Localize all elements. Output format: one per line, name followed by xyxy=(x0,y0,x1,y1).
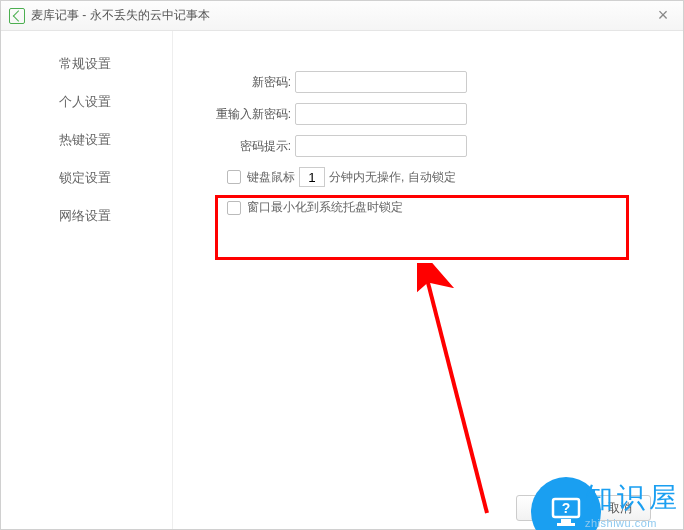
ok-button[interactable]: 确定 xyxy=(516,495,578,521)
sidebar-item-hotkey[interactable]: 热键设置 xyxy=(1,121,172,159)
sidebar: 常规设置 个人设置 热键设置 锁定设置 网络设置 xyxy=(1,31,173,529)
auto-lock-suffix: 分钟内无操作, 自动锁定 xyxy=(329,169,456,186)
main-panel: 新密码: 重输入新密码: 密码提示: 键盘鼠标 分钟内无操作, 自动锁定 窗口最… xyxy=(173,31,683,529)
settings-window: 麦库记事 - 永不丢失的云中记事本 × 常规设置 个人设置 热键设置 锁定设置 … xyxy=(0,0,684,530)
auto-lock-row: 键盘鼠标 分钟内无操作, 自动锁定 xyxy=(173,167,683,187)
svg-line-0 xyxy=(425,271,487,513)
new-password-input[interactable] xyxy=(295,71,467,93)
sidebar-item-network[interactable]: 网络设置 xyxy=(1,197,172,235)
sidebar-item-personal[interactable]: 个人设置 xyxy=(1,83,172,121)
titlebar: 麦库记事 - 永不丢失的云中记事本 × xyxy=(1,1,683,31)
new-password-label: 新密码: xyxy=(173,74,295,91)
password-hint-input[interactable] xyxy=(295,135,467,157)
auto-lock-checkbox[interactable] xyxy=(227,170,241,184)
minimize-lock-row: 窗口最小化到系统托盘时锁定 xyxy=(173,199,683,216)
annotation-arrow-icon xyxy=(417,263,527,523)
minimize-lock-label: 窗口最小化到系统托盘时锁定 xyxy=(247,199,403,216)
window-body: 常规设置 个人设置 热键设置 锁定设置 网络设置 新密码: 重输入新密码: 密码… xyxy=(1,31,683,529)
cancel-button[interactable]: 取消 xyxy=(589,495,651,521)
sidebar-item-general[interactable]: 常规设置 xyxy=(1,45,172,83)
auto-lock-prefix: 键盘鼠标 xyxy=(247,169,295,186)
sidebar-item-lock[interactable]: 锁定设置 xyxy=(1,159,172,197)
auto-lock-minutes-input[interactable] xyxy=(299,167,325,187)
minimize-lock-checkbox[interactable] xyxy=(227,201,241,215)
confirm-password-label: 重输入新密码: xyxy=(173,106,295,123)
close-icon[interactable]: × xyxy=(651,5,675,26)
window-title: 麦库记事 - 永不丢失的云中记事本 xyxy=(31,7,651,24)
confirm-password-input[interactable] xyxy=(295,103,467,125)
password-hint-label: 密码提示: xyxy=(173,138,295,155)
app-icon xyxy=(9,8,25,24)
